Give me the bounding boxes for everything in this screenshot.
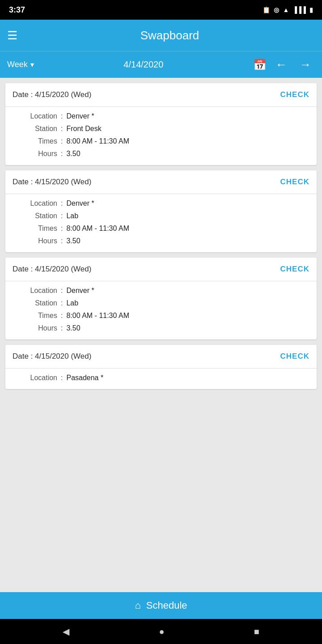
toolbar: Week ▾ 4/14/2020 📅 ← →	[0, 51, 322, 78]
times-label: Times	[13, 137, 57, 145]
hours-value: 3.50	[66, 237, 80, 245]
week-label: Week	[7, 60, 28, 69]
check-button[interactable]: CHECK	[280, 352, 309, 361]
prev-week-button[interactable]: ←	[272, 56, 291, 73]
station-row: Station : Lab	[13, 299, 309, 307]
menu-button[interactable]: ☰	[7, 29, 17, 42]
shift-card: Date : 4/15/2020 (Wed) CHECK Location : …	[5, 170, 317, 252]
times-row: Times : 8:00 AM - 11:30 AM	[13, 137, 309, 145]
separator: :	[61, 299, 63, 307]
location-label: Location	[13, 199, 57, 208]
android-nav-bar: ◀ ● ■	[0, 619, 322, 644]
separator: :	[61, 324, 63, 332]
check-button[interactable]: CHECK	[280, 90, 309, 99]
shift-card-header: Date : 4/15/2020 (Wed) CHECK	[5, 258, 317, 281]
separator: :	[61, 199, 63, 208]
hours-label: Hours	[13, 150, 57, 158]
home-button[interactable]: ●	[159, 627, 164, 637]
times-value: 8:00 AM - 11:30 AM	[66, 225, 129, 233]
station-label: Station	[13, 212, 57, 220]
shift-date: Date : 4/15/2020 (Wed)	[13, 265, 91, 274]
status-bar: 3:37 📋 ◎ ▲ ▐▐▐ ▮	[0, 0, 322, 20]
battery-icon: ▮	[309, 6, 313, 13]
signal-icon: ▐▐▐	[292, 6, 306, 13]
hours-label: Hours	[13, 237, 57, 245]
location-value: Denver *	[66, 199, 94, 208]
week-selector[interactable]: Week ▾	[7, 60, 34, 69]
hours-row: Hours : 3.50	[13, 150, 309, 158]
location-row: Location : Denver *	[13, 287, 309, 295]
header: ☰ Swapboard	[0, 20, 322, 51]
station-label: Station	[13, 125, 57, 133]
station-label: Station	[13, 299, 57, 307]
separator: :	[61, 374, 63, 382]
location-row: Location : Denver *	[13, 112, 309, 120]
location-value: Pasadena *	[66, 374, 103, 382]
hours-row: Hours : 3.50	[13, 324, 309, 332]
location-row: Location : Pasadena *	[13, 374, 309, 382]
separator: :	[61, 225, 63, 233]
schedule-nav-button[interactable]: ⌂ Schedule	[0, 592, 322, 619]
hours-value: 3.50	[66, 324, 80, 332]
shift-card-header: Date : 4/15/2020 (Wed) CHECK	[5, 345, 317, 368]
shift-date: Date : 4/15/2020 (Wed)	[13, 90, 91, 99]
location-row: Location : Denver *	[13, 199, 309, 208]
chevron-down-icon: ▾	[30, 60, 34, 69]
hours-label: Hours	[13, 324, 57, 332]
shift-card-header: Date : 4/15/2020 (Wed) CHECK	[5, 170, 317, 194]
separator: :	[61, 125, 63, 133]
location-label: Location	[13, 112, 57, 120]
shift-details: Location : Denver * Station : Lab Times …	[5, 281, 317, 339]
station-row: Station : Front Desk	[13, 125, 309, 133]
shift-card: Date : 4/15/2020 (Wed) CHECK Location : …	[5, 258, 317, 339]
station-value: Lab	[66, 299, 78, 307]
schedule-nav-label: Schedule	[146, 600, 187, 611]
next-week-button[interactable]: →	[296, 56, 315, 73]
separator: :	[61, 312, 63, 320]
separator: :	[61, 212, 63, 220]
location-value: Denver *	[66, 287, 94, 295]
shift-card: Date : 4/15/2020 (Wed) CHECK Location : …	[5, 83, 317, 165]
separator: :	[61, 112, 63, 120]
location-label: Location	[13, 374, 57, 382]
times-value: 8:00 AM - 11:30 AM	[66, 312, 129, 320]
separator: :	[61, 150, 63, 158]
home-icon: ⌂	[135, 600, 140, 611]
times-label: Times	[13, 312, 57, 320]
shifts-list: Date : 4/15/2020 (Wed) CHECK Location : …	[0, 78, 322, 592]
hours-value: 3.50	[66, 150, 80, 158]
separator: :	[61, 287, 63, 295]
station-row: Station : Lab	[13, 212, 309, 220]
shift-date: Date : 4/15/2020 (Wed)	[13, 352, 91, 361]
at-icon: ◎	[274, 6, 279, 13]
separator: :	[61, 137, 63, 145]
clipboard-icon: 📋	[263, 6, 270, 13]
recents-button[interactable]: ■	[254, 627, 259, 637]
wifi-icon: ▲	[283, 6, 289, 13]
times-value: 8:00 AM - 11:30 AM	[66, 137, 129, 145]
times-row: Times : 8:00 AM - 11:30 AM	[13, 225, 309, 233]
status-time: 3:37	[9, 5, 25, 15]
shift-card: Date : 4/15/2020 (Wed) CHECK Location : …	[5, 345, 317, 389]
separator: :	[61, 237, 63, 245]
station-value: Lab	[66, 212, 78, 220]
location-value: Denver *	[66, 112, 94, 120]
calendar-icon[interactable]: 📅	[253, 59, 267, 71]
check-button[interactable]: CHECK	[280, 178, 309, 186]
location-label: Location	[13, 287, 57, 295]
hours-row: Hours : 3.50	[13, 237, 309, 245]
station-value: Front Desk	[66, 125, 101, 133]
shift-details: Location : Pasadena *	[5, 369, 317, 389]
check-button[interactable]: CHECK	[280, 265, 309, 274]
times-label: Times	[13, 225, 57, 233]
date-display: 4/14/2020	[39, 59, 248, 70]
times-row: Times : 8:00 AM - 11:30 AM	[13, 312, 309, 320]
app-title: Swapboard	[25, 29, 315, 42]
shift-date: Date : 4/15/2020 (Wed)	[13, 178, 91, 186]
back-button[interactable]: ◀	[63, 626, 69, 637]
shift-details: Location : Denver * Station : Lab Times …	[5, 194, 317, 252]
shift-card-header: Date : 4/15/2020 (Wed) CHECK	[5, 83, 317, 106]
shift-details: Location : Denver * Station : Front Desk…	[5, 107, 317, 165]
status-icons: 📋 ◎ ▲ ▐▐▐ ▮	[263, 6, 313, 13]
